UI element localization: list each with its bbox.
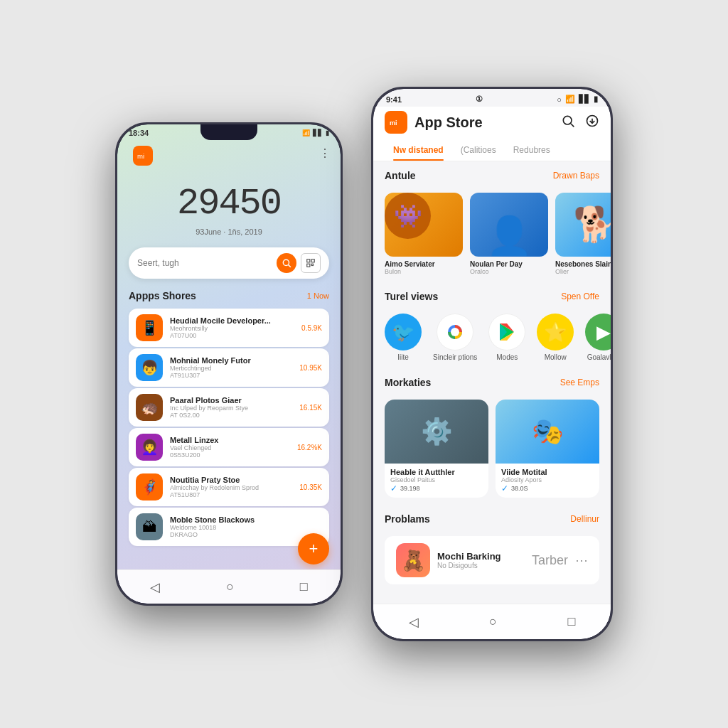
app-sub-3: Inc Ulped by Reoparm Stye	[170, 405, 292, 412]
scan-button[interactable]	[301, 253, 321, 273]
app-info-4: Metall Linzex Vael Chienged 0S53U200	[170, 436, 290, 459]
app-sub-4: Vael Chienged	[170, 444, 290, 451]
svg-rect-5	[307, 264, 310, 267]
tool-item-2[interactable]: Sincleir ptions	[433, 314, 477, 361]
tool-label-5: Goalavline	[587, 353, 611, 361]
tool-item-3[interactable]: Modes	[488, 314, 525, 361]
morkaties-title: Morkaties	[385, 377, 431, 388]
search-icon-right[interactable]	[561, 114, 575, 132]
app-info-1: Heudial Mocile Developer... Meohrontsill…	[170, 316, 294, 339]
right-phone: 9:41 ① ○ 📶 ▋▋ ▮ mi App Store	[371, 87, 613, 641]
app-name-1: Heudial Mocile Developer...	[170, 316, 294, 325]
app-item-5[interactable]: 🦸 Noutitia Praty Stoe Almicchay by Redol…	[129, 468, 329, 506]
tool-icon-3	[488, 314, 525, 350]
nav-recent-left[interactable]: □	[300, 579, 308, 594]
app-item-6[interactable]: 🏔 Moble Stone Blackows Weldome 10018 DKR…	[129, 508, 329, 546]
app-icon-3: 🦔	[136, 394, 163, 421]
app-item-2[interactable]: 👦 Mohnial Monely Futor Merticchtinged AT…	[129, 348, 329, 387]
featured-dev-1: Bulon	[385, 268, 463, 275]
problems-section: Problams Dellinur	[373, 505, 611, 536]
status-icons-right: ○ 📶 ▋▋ ▮	[557, 95, 598, 104]
tools-header: Turel views Spen Offe	[385, 291, 599, 302]
app-sub-2: Merticchtinged	[170, 365, 292, 372]
morkatie-info-1: Heable it Autthler Gisedoel Paitus ✓ 39.…	[385, 464, 488, 498]
status-bar-right: 9:41 ① ○ 📶 ▋▋ ▮	[373, 89, 611, 107]
svg-point-8	[563, 116, 572, 124]
time-left: 18:34	[129, 129, 149, 137]
problem-name-1: Mochi Barking	[437, 551, 525, 562]
featured-name-3: Nesebones Slain	[555, 260, 611, 268]
tab-new-distaned[interactable]: Nw distaned	[385, 139, 452, 161]
app-item-3[interactable]: 🦔 Paaral Plotos Giaer Inc Ulped by Reopa…	[129, 388, 329, 427]
app-sub-1: Meohrontsilly	[170, 325, 294, 332]
nav-recent-right[interactable]: □	[567, 614, 575, 629]
mi-logo-right: mi	[385, 111, 407, 134]
morkaties-action[interactable]: See Emps	[560, 378, 599, 387]
nav-home-left[interactable]: ○	[226, 579, 234, 594]
featured-thumb-1: 👾	[385, 193, 463, 257]
app-item-4[interactable]: 👩‍🦱 Metall Linzex Vael Chienged 0S53U200…	[129, 428, 329, 466]
problem-dots-1[interactable]: ⋯	[575, 552, 588, 568]
tool-item-1[interactable]: 🐦 Iiite	[385, 314, 422, 361]
nav-back-left[interactable]: ◁	[150, 579, 160, 595]
wifi-icon-left: 📶	[302, 129, 310, 136]
morkatie-thumb-1: ⚙️	[385, 400, 488, 464]
nav-home-right[interactable]: ○	[489, 614, 497, 629]
app-meta-5: AT51U807	[170, 491, 292, 498]
tools-action[interactable]: Spen Offe	[561, 291, 599, 301]
tabs-bar: Nw distaned (Calitioes Redubres	[373, 139, 611, 161]
app-size-3: 16.15K	[299, 404, 322, 412]
app-name-2: Mohnial Monely Futor	[170, 356, 292, 365]
featured-scroll: 👾 Aimo Serviater Bulon 👤 Noulan Per Day …	[373, 193, 611, 282]
fab-button[interactable]: +	[298, 533, 329, 564]
tab-redubres[interactable]: Redubres	[505, 139, 559, 161]
featured-action[interactable]: Drawn Baps	[553, 171, 599, 181]
battery-icon-right: ▮	[594, 95, 598, 104]
featured-name-2: Noulan Per Day	[470, 260, 548, 268]
app-meta-4: 0S53U200	[170, 451, 290, 459]
three-dots-menu[interactable]: ⋮	[319, 146, 331, 160]
app-size-5: 10.35K	[299, 483, 322, 491]
morkatie-rating-2: 38.0S	[511, 485, 528, 492]
apps-section-link[interactable]: 1 Now	[307, 291, 329, 300]
app-name-3: Paaral Plotos Giaer	[170, 396, 292, 405]
download-icon-right[interactable]	[585, 114, 599, 132]
problem-item-1[interactable]: 🧸 Mochi Barking No Disigoufs Tarber ⋯	[385, 536, 599, 584]
app-icon-4: 👩‍🦱	[136, 434, 163, 461]
circle-icon-right: ○	[557, 95, 562, 104]
featured-thumb-3: 🐕	[555, 193, 611, 257]
header-icons	[561, 114, 599, 132]
app-sub-5: Almicchay by Redolenim Sprod	[170, 484, 292, 491]
tool-icon-4: ⭐	[537, 314, 574, 350]
problem-more-1[interactable]: Tarber	[532, 553, 568, 568]
nav-back-right[interactable]: ◁	[409, 614, 419, 630]
right-scroll: Antule Drawn Baps 👾 Aimo Serviater Bulon	[373, 161, 611, 619]
clock-display: 29450	[129, 183, 329, 225]
left-screen: 18:34 📶 ▋▋ ▮ mi ⋮ 29450 93June · 1ňs, 20…	[117, 124, 341, 604]
featured-name-1: Aimo Serviater	[385, 260, 463, 268]
app-name-6: Moble Stone Blackows	[170, 515, 322, 524]
morkatie-card-1[interactable]: ⚙️ Heable it Autthler Gisedoel Paitus ✓ …	[385, 400, 488, 498]
problems-action[interactable]: Dellinur	[570, 514, 599, 524]
featured-item-1[interactable]: 👾 Aimo Serviater Bulon	[385, 193, 463, 275]
status-indicator-right: ①	[476, 95, 483, 104]
search-button-left[interactable]	[277, 253, 296, 273]
search-input-left[interactable]	[137, 258, 272, 268]
featured-item-2[interactable]: 👤 Noulan Per Day Oralco	[470, 193, 548, 275]
tool-icon-1: 🐦	[385, 314, 422, 350]
app-list: 📱 Heudial Mocile Developer... Meohrontsi…	[129, 309, 329, 546]
tool-item-4[interactable]: ⭐ Mollow	[537, 314, 574, 361]
tool-item-5[interactable]: ▶ Goalavline	[585, 314, 611, 361]
morkatie-name-2: Viide Motital	[501, 468, 594, 476]
app-name-5: Noutitia Praty Stoe	[170, 476, 292, 484]
featured-section: Antule Drawn Baps	[373, 161, 611, 193]
app-item-1[interactable]: 📱 Heudial Mocile Developer... Meohrontsi…	[129, 309, 329, 347]
app-icon-5: 🦸	[136, 473, 163, 500]
featured-dev-2: Oralco	[470, 268, 548, 275]
app-info-6: Moble Stone Blackows Weldome 10018 DKRAG…	[170, 515, 322, 538]
morkatie-card-2[interactable]: 🎭 Viide Motital Adiosity Apors ✓ 38.0S	[496, 400, 599, 498]
app-size-2: 10.95K	[299, 364, 322, 372]
tab-calitioes[interactable]: (Calitioes	[452, 139, 505, 161]
mi-logo-left: mi	[133, 146, 153, 166]
featured-item-3[interactable]: 🐕 Nesebones Slain Olier	[555, 193, 611, 275]
